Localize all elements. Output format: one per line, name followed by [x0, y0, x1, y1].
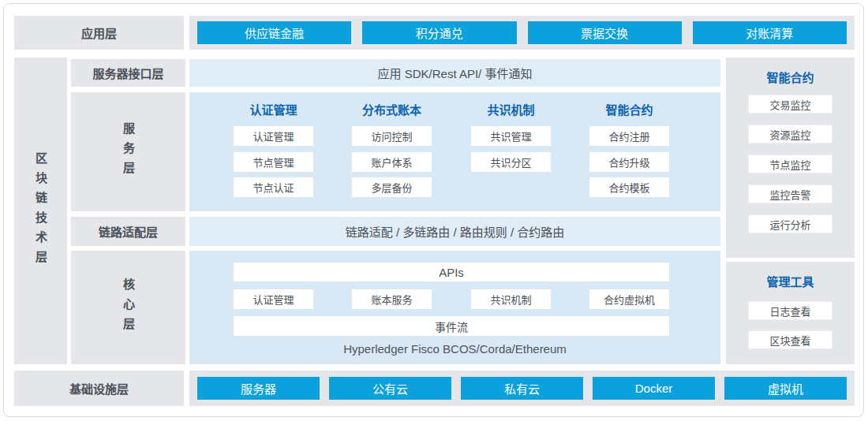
service-item: 账户体系: [352, 152, 432, 172]
infra-button-docker[interactable]: Docker: [593, 377, 715, 400]
service-item: 多层备份: [352, 177, 432, 197]
app-layer-label: 应用层: [14, 16, 184, 50]
core-item: 合约虚拟机: [589, 289, 669, 309]
side-item: 交易监控: [748, 95, 832, 114]
core-item: 账本服务: [352, 289, 432, 309]
infra-button-vm[interactable]: 虚拟机: [724, 377, 847, 400]
side-item: 资源监控: [748, 125, 832, 143]
app-button-reconciliation[interactable]: 对账清算: [693, 21, 847, 44]
blockchain-tech-layer-label: 区块链技术层: [14, 58, 67, 364]
app-button-points-exchange[interactable]: 积分通兑: [362, 21, 516, 44]
side-item: 运行分析: [748, 214, 832, 233]
service-item: 节点认证: [234, 177, 313, 197]
service-col-ledger-title: 分布式账本: [352, 100, 432, 117]
app-button-bill-exchange[interactable]: 票据交换: [528, 21, 682, 44]
service-item: 合约模板: [589, 177, 669, 197]
service-item: 共识管理: [471, 126, 551, 146]
infra-button-public-cloud[interactable]: 公有云: [329, 377, 451, 400]
service-item: 共识分区: [471, 152, 551, 172]
link-adapter-layer-label: 链路适配层: [71, 217, 185, 246]
side-item: 监控告警: [748, 184, 832, 203]
service-col-contract-title: 智能合约: [589, 100, 669, 117]
service-col-auth-title: 认证管理: [234, 100, 313, 117]
service-layer-panel: 认证管理 认证管理 节点管理 节点认证 分布式账本 访问控制 账户体系 多层备份…: [189, 92, 720, 211]
service-item: 合约升级: [589, 152, 669, 172]
side-panel-smart-contract-title: 智能合约: [726, 67, 855, 86]
apis-bar: APIs: [234, 263, 669, 281]
side-item: 节点监控: [748, 155, 832, 173]
core-layer-label: 核心层: [71, 251, 185, 364]
service-item: 认证管理: [234, 126, 313, 146]
side-panel-smart-contract: 智能合约 交易监控 资源监控 节点监控 监控告警 运行分析: [726, 58, 855, 258]
core-layer-panel: APIs 认证管理 账本服务 共识机制 合约虚拟机 事件流 Hyperledge…: [189, 251, 720, 364]
infra-button-server[interactable]: 服务器: [197, 377, 320, 400]
core-item: 共识机制: [471, 289, 551, 309]
side-item: 日志查看: [748, 301, 832, 320]
side-panel-management-tools-title: 管理工具: [726, 271, 855, 290]
side-panel-management-tools: 管理工具 日志查看 区块查看: [726, 262, 855, 364]
interface-layer-label: 服务器接口层: [71, 59, 185, 87]
service-col-consensus-title: 共识机制: [471, 100, 551, 117]
app-button-supply-chain-finance[interactable]: 供应链金融: [197, 21, 351, 44]
service-layer-label: 服务层: [71, 92, 185, 211]
app-layer-strip: 供应链金融 积分通兑 票据交换 对账清算: [189, 16, 855, 50]
event-stream-bar: 事件流: [234, 316, 669, 336]
platforms-text: Hyperledger Fisco BCOS/Corda/Ethereum: [189, 340, 720, 357]
core-item: 认证管理: [234, 289, 313, 309]
service-item: 节点管理: [234, 152, 313, 172]
infra-layer-strip: 服务器 公有云 私有云 Docker 虚拟机: [189, 371, 855, 406]
link-adapter-bar: 链路适配 / 多链路由 / 路由规则 / 合约路由: [189, 217, 720, 246]
infra-button-private-cloud[interactable]: 私有云: [461, 377, 583, 400]
service-item: 访问控制: [352, 126, 432, 146]
infra-layer-label: 基础设施层: [14, 371, 184, 406]
side-item: 区块查看: [748, 330, 832, 349]
service-item: 合约注册: [589, 126, 669, 146]
sdk-api-bar: 应用 SDK/Rest API/ 事件通知: [189, 59, 720, 87]
